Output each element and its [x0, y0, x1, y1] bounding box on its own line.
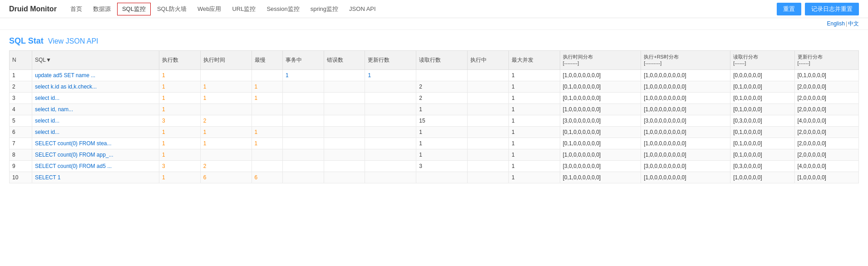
td-exec_time: 1 [200, 81, 252, 92]
td-sql[interactable]: select id... [32, 115, 159, 126]
td-max_time [252, 160, 282, 172]
td-exec_time_dist: [3,0,0,0,0,0,0,0] [560, 115, 641, 126]
lang-chinese[interactable]: 中文 [848, 20, 859, 27]
td-sql[interactable]: select id... [32, 126, 159, 138]
th-exec-time: 执行时间 [200, 51, 252, 70]
td-max_concurrent: 1 [508, 103, 560, 115]
td-executing [468, 92, 509, 103]
td-in_transaction [283, 172, 324, 183]
table-header-row: N SQL▼ 执行数 执行时间 最慢 事务中 错误数 更新行数 读取行数 执行中… [10, 51, 859, 70]
td-exec_count: 1 [159, 81, 201, 92]
nav-item-home[interactable]: 首页 [66, 3, 87, 15]
td-sql[interactable]: SELECT count(0) FROM ad5 ... [32, 160, 159, 172]
td-in_transaction [283, 115, 324, 126]
td-error_count [324, 69, 365, 81]
th-update-dist: 更新行分布 [------] [794, 51, 858, 70]
td-exec_time: 1 [200, 138, 252, 149]
td-update_dist: [2,0,0,0,0,0] [794, 126, 858, 138]
table-row: 6select id...11111[0,1,0,0,0,0,0,0][1,0,… [10, 126, 859, 138]
td-sql[interactable]: SELECT 1 [32, 172, 159, 183]
td-read_rows: 1 [416, 138, 468, 149]
td-exec_time_dist: [0,1,0,0,0,0,0,0] [560, 126, 641, 138]
td-exec_time_dist: [0,1,0,0,0,0,0,0] [560, 92, 641, 103]
td-n: 3 [10, 92, 32, 103]
td-max_time: 1 [252, 138, 282, 149]
td-sql[interactable]: SELECT count(0) FROM stea... [32, 138, 159, 149]
lang-english[interactable]: English [827, 20, 845, 27]
td-read_dist: [0,1,0,0,0,0] [730, 81, 794, 92]
nav-item-jsonapi[interactable]: JSON API [345, 4, 380, 14]
td-update_dist: [4,0,0,0,0,0] [794, 115, 858, 126]
td-max_time: 6 [252, 172, 282, 183]
td-exec_time: 1 [200, 126, 252, 138]
td-error_count [324, 138, 365, 149]
td-read_rows: 2 [416, 81, 468, 92]
th-update-rows: 更新行数 [365, 51, 416, 70]
table-container: N SQL▼ 执行数 执行时间 最慢 事务中 错误数 更新行数 读取行数 执行中… [0, 50, 868, 192]
td-error_count [324, 172, 365, 183]
th-sql[interactable]: SQL▼ [32, 51, 159, 70]
nav-item-session[interactable]: Session监控 [262, 3, 304, 15]
th-exec-time-dist: 执行时间分布 [--------] [560, 51, 641, 70]
log-reset-button[interactable]: 记录日志并重置 [805, 3, 859, 15]
td-exec_rs_dist: [1,0,0,0,0,0,0,0,0] [641, 172, 730, 183]
td-exec_time [200, 69, 252, 81]
th-read-rows: 读取行数 [416, 51, 468, 70]
td-exec_count: 1 [159, 149, 201, 160]
td-n: 1 [10, 69, 32, 81]
td-executing [468, 126, 509, 138]
th-max-concurrent: 最大并发 [508, 51, 560, 70]
td-update_dist: [1,0,0,0,0,0] [794, 172, 858, 183]
th-max-time: 最慢 [252, 51, 282, 70]
reset-button[interactable]: 重置 [777, 3, 801, 15]
td-read_dist: [0,3,0,0,0,0] [730, 115, 794, 126]
td-sql[interactable]: select id... [32, 92, 159, 103]
td-read_rows: 15 [416, 115, 468, 126]
nav-item-spring[interactable]: spring监控 [306, 3, 343, 15]
table-row: 2select k.id as id,k.check...11121[0,1,0… [10, 81, 859, 92]
td-exec_count: 3 [159, 160, 201, 172]
td-max_time [252, 115, 282, 126]
th-read-dist: 读取行分布 [------] [730, 51, 794, 70]
td-exec_time: 2 [200, 160, 252, 172]
td-max_concurrent: 1 [508, 126, 560, 138]
td-read_dist: [0,3,0,0,0,0] [730, 160, 794, 172]
nav-item-datasource[interactable]: 数据源 [89, 3, 115, 15]
table-row: 5select id...32151[3,0,0,0,0,0,0,0][3,0,… [10, 115, 859, 126]
td-exec_count: 1 [159, 69, 201, 81]
td-update_dist: [2,0,0,0,0,0] [794, 138, 858, 149]
td-exec_rs_dist: [3,0,0,0,0,0,0,0,0] [641, 115, 730, 126]
td-error_count [324, 115, 365, 126]
nav-item-webapp[interactable]: Web应用 [193, 3, 226, 15]
td-exec_rs_dist: [1,0,0,0,0,0,0,0,0] [641, 69, 730, 81]
td-executing [468, 115, 509, 126]
nav-item-firewall[interactable]: SQL防火墙 [153, 3, 191, 15]
nav-item-url[interactable]: URL监控 [227, 3, 260, 15]
td-error_count [324, 103, 365, 115]
td-exec_time_dist: [1,0,0,0,0,0,0,0] [560, 149, 641, 160]
lang-sep: | [846, 20, 847, 27]
td-sql[interactable]: SELECT count(0) FROM app_... [32, 149, 159, 160]
td-exec_time: 6 [200, 172, 252, 183]
td-read_dist: [0,1,0,0,0,0] [730, 138, 794, 149]
th-error-count: 错误数 [324, 51, 365, 70]
td-update_rows: 1 [365, 69, 416, 81]
table-row: 7SELECT count(0) FROM stea...11111[0,1,0… [10, 138, 859, 149]
td-sql[interactable]: select id, nam... [32, 103, 159, 115]
td-in_transaction [283, 103, 324, 115]
td-sql[interactable]: update ad5 SET name ... [32, 69, 159, 81]
td-sql[interactable]: select k.id as id,k.check... [32, 81, 159, 92]
td-update_dist: [2,0,0,0,0,0] [794, 92, 858, 103]
td-in_transaction: 1 [283, 69, 324, 81]
nav-item-sql[interactable]: SQL监控 [117, 3, 151, 15]
td-exec_rs_dist: [3,0,0,0,0,0,0,0,0] [641, 160, 730, 172]
td-read_dist: [0,1,0,0,0,0] [730, 149, 794, 160]
td-read_dist: [0,1,0,0,0,0] [730, 126, 794, 138]
table-row: 1update ad5 SET name ...1111[1,0,0,0,0,0… [10, 69, 859, 81]
table-row: 10SELECT 11661[0,1,0,0,0,0,0,0][1,0,0,0,… [10, 172, 859, 183]
td-read_rows: 2 [416, 92, 468, 103]
th-exec-rs-dist: 执行+RS时分布 [---------] [641, 51, 730, 70]
view-json-api-link[interactable]: View JSON API [48, 37, 99, 45]
td-exec_time: 2 [200, 115, 252, 126]
th-in-transaction: 事务中 [283, 51, 324, 70]
